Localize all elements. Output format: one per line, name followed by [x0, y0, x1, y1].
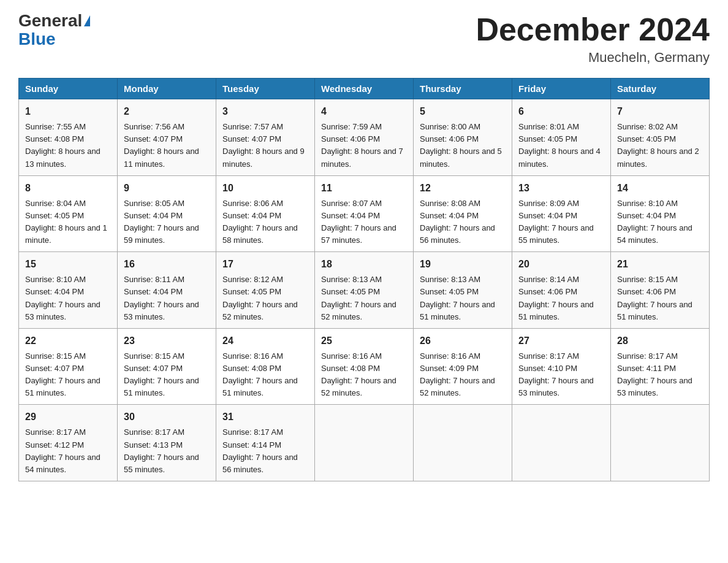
day-info: Sunrise: 8:02 AMSunset: 4:05 PMDaylight:…: [617, 122, 699, 168]
day-cell: 8Sunrise: 8:04 AMSunset: 4:05 PMDaylight…: [19, 175, 118, 252]
day-info: Sunrise: 8:17 AMSunset: 4:11 PMDaylight:…: [617, 351, 692, 397]
day-cell: [611, 405, 710, 481]
day-info: Sunrise: 8:09 AMSunset: 4:04 PMDaylight:…: [518, 199, 594, 245]
week-row-2: 8Sunrise: 8:04 AMSunset: 4:05 PMDaylight…: [19, 175, 710, 252]
day-number: 15: [25, 257, 111, 272]
day-number: 26: [420, 334, 506, 348]
location-title: Muecheln, Germany: [476, 50, 710, 66]
day-number: 12: [420, 181, 506, 196]
day-info: Sunrise: 7:56 AMSunset: 4:07 PMDaylight:…: [124, 122, 199, 168]
day-info: Sunrise: 8:04 AMSunset: 4:05 PMDaylight:…: [25, 199, 107, 245]
logo-triangle-icon: [84, 15, 90, 26]
day-number: 10: [222, 181, 308, 196]
logo-blue-text: Blue: [18, 31, 56, 48]
day-cell: 3Sunrise: 7:57 AMSunset: 4:07 PMDaylight…: [216, 99, 315, 176]
day-info: Sunrise: 8:17 AMSunset: 4:12 PMDaylight:…: [25, 427, 100, 473]
day-info: Sunrise: 7:59 AMSunset: 4:06 PMDaylight:…: [321, 122, 403, 168]
col-header-monday: Monday: [118, 79, 216, 99]
day-info: Sunrise: 7:57 AMSunset: 4:07 PMDaylight:…: [222, 122, 305, 168]
day-info: Sunrise: 8:08 AMSunset: 4:04 PMDaylight:…: [420, 199, 495, 245]
day-cell: 28Sunrise: 8:17 AMSunset: 4:11 PMDayligh…: [611, 328, 710, 405]
week-row-1: 1Sunrise: 7:55 AMSunset: 4:08 PMDaylight…: [19, 99, 710, 176]
day-number: 22: [25, 334, 111, 348]
day-info: Sunrise: 8:17 AMSunset: 4:13 PMDaylight:…: [124, 427, 199, 473]
day-info: Sunrise: 7:55 AMSunset: 4:08 PMDaylight:…: [25, 122, 100, 168]
day-info: Sunrise: 8:15 AMSunset: 4:07 PMDaylight:…: [124, 351, 199, 397]
day-info: Sunrise: 8:00 AMSunset: 4:06 PMDaylight:…: [420, 122, 502, 168]
day-number: 11: [321, 181, 407, 196]
day-number: 1: [25, 104, 111, 119]
day-number: 25: [321, 334, 407, 348]
day-number: 27: [518, 334, 604, 348]
day-cell: 23Sunrise: 8:15 AMSunset: 4:07 PMDayligh…: [118, 328, 216, 405]
day-info: Sunrise: 8:05 AMSunset: 4:04 PMDaylight:…: [124, 199, 199, 245]
day-info: Sunrise: 8:16 AMSunset: 4:08 PMDaylight:…: [321, 351, 396, 397]
day-number: 29: [25, 410, 111, 424]
day-info: Sunrise: 8:11 AMSunset: 4:04 PMDaylight:…: [124, 275, 199, 321]
day-cell: 20Sunrise: 8:14 AMSunset: 4:06 PMDayligh…: [512, 252, 611, 329]
day-number: 2: [124, 104, 210, 119]
col-header-friday: Friday: [512, 79, 611, 99]
page-header: General Blue December 2024 Muecheln, Ger…: [18, 12, 710, 66]
day-cell: 10Sunrise: 8:06 AMSunset: 4:04 PMDayligh…: [216, 175, 315, 252]
day-info: Sunrise: 8:12 AMSunset: 4:05 PMDaylight:…: [222, 275, 298, 321]
day-number: 19: [420, 257, 506, 272]
day-number: 30: [124, 410, 210, 424]
logo-general-text: General: [18, 12, 82, 29]
day-cell: 2Sunrise: 7:56 AMSunset: 4:07 PMDaylight…: [118, 99, 216, 176]
col-header-thursday: Thursday: [414, 79, 512, 99]
week-row-4: 22Sunrise: 8:15 AMSunset: 4:07 PMDayligh…: [19, 328, 710, 405]
day-number: 8: [25, 181, 111, 196]
day-cell: 7Sunrise: 8:02 AMSunset: 4:05 PMDaylight…: [611, 99, 710, 176]
day-info: Sunrise: 8:16 AMSunset: 4:09 PMDaylight:…: [420, 351, 495, 397]
day-info: Sunrise: 8:15 AMSunset: 4:06 PMDaylight:…: [617, 275, 692, 321]
week-row-3: 15Sunrise: 8:10 AMSunset: 4:04 PMDayligh…: [19, 252, 710, 329]
col-header-tuesday: Tuesday: [216, 79, 315, 99]
day-number: 13: [518, 181, 604, 196]
day-cell: 29Sunrise: 8:17 AMSunset: 4:12 PMDayligh…: [19, 405, 118, 481]
day-info: Sunrise: 8:07 AMSunset: 4:04 PMDaylight:…: [321, 199, 396, 245]
day-info: Sunrise: 8:01 AMSunset: 4:05 PMDaylight:…: [518, 122, 601, 168]
day-cell: [512, 405, 611, 481]
day-number: 21: [617, 257, 703, 272]
day-cell: 16Sunrise: 8:11 AMSunset: 4:04 PMDayligh…: [118, 252, 216, 329]
day-cell: 30Sunrise: 8:17 AMSunset: 4:13 PMDayligh…: [118, 405, 216, 481]
day-number: 6: [518, 104, 604, 119]
day-number: 5: [420, 104, 506, 119]
day-cell: 25Sunrise: 8:16 AMSunset: 4:08 PMDayligh…: [315, 328, 414, 405]
day-cell: [315, 405, 414, 481]
day-cell: 22Sunrise: 8:15 AMSunset: 4:07 PMDayligh…: [19, 328, 118, 405]
day-cell: 19Sunrise: 8:13 AMSunset: 4:05 PMDayligh…: [414, 252, 512, 329]
day-cell: 6Sunrise: 8:01 AMSunset: 4:05 PMDaylight…: [512, 99, 611, 176]
day-cell: 17Sunrise: 8:12 AMSunset: 4:05 PMDayligh…: [216, 252, 315, 329]
day-number: 3: [222, 104, 308, 119]
day-number: 24: [222, 334, 308, 348]
day-info: Sunrise: 8:10 AMSunset: 4:04 PMDaylight:…: [25, 275, 100, 321]
day-number: 31: [222, 410, 308, 424]
day-info: Sunrise: 8:17 AMSunset: 4:14 PMDaylight:…: [222, 427, 298, 473]
day-cell: 26Sunrise: 8:16 AMSunset: 4:09 PMDayligh…: [414, 328, 512, 405]
day-number: 4: [321, 104, 407, 119]
week-row-5: 29Sunrise: 8:17 AMSunset: 4:12 PMDayligh…: [19, 405, 710, 481]
day-info: Sunrise: 8:15 AMSunset: 4:07 PMDaylight:…: [25, 351, 100, 397]
day-info: Sunrise: 8:13 AMSunset: 4:05 PMDaylight:…: [321, 275, 396, 321]
col-header-wednesday: Wednesday: [315, 79, 414, 99]
day-info: Sunrise: 8:14 AMSunset: 4:06 PMDaylight:…: [518, 275, 594, 321]
day-info: Sunrise: 8:17 AMSunset: 4:10 PMDaylight:…: [518, 351, 594, 397]
header-row: SundayMondayTuesdayWednesdayThursdayFrid…: [19, 79, 710, 99]
day-cell: 13Sunrise: 8:09 AMSunset: 4:04 PMDayligh…: [512, 175, 611, 252]
day-number: 17: [222, 257, 308, 272]
month-title: December 2024: [476, 12, 710, 47]
day-cell: 9Sunrise: 8:05 AMSunset: 4:04 PMDaylight…: [118, 175, 216, 252]
day-cell: 21Sunrise: 8:15 AMSunset: 4:06 PMDayligh…: [611, 252, 710, 329]
day-info: Sunrise: 8:06 AMSunset: 4:04 PMDaylight:…: [222, 199, 298, 245]
day-cell: 24Sunrise: 8:16 AMSunset: 4:08 PMDayligh…: [216, 328, 315, 405]
day-info: Sunrise: 8:10 AMSunset: 4:04 PMDaylight:…: [617, 199, 692, 245]
day-number: 28: [617, 334, 703, 348]
day-cell: 11Sunrise: 8:07 AMSunset: 4:04 PMDayligh…: [315, 175, 414, 252]
day-cell: 15Sunrise: 8:10 AMSunset: 4:04 PMDayligh…: [19, 252, 118, 329]
calendar-table: SundayMondayTuesdayWednesdayThursdayFrid…: [18, 78, 710, 481]
day-cell: 14Sunrise: 8:10 AMSunset: 4:04 PMDayligh…: [611, 175, 710, 252]
day-cell: 5Sunrise: 8:00 AMSunset: 4:06 PMDaylight…: [414, 99, 512, 176]
day-cell: 27Sunrise: 8:17 AMSunset: 4:10 PMDayligh…: [512, 328, 611, 405]
